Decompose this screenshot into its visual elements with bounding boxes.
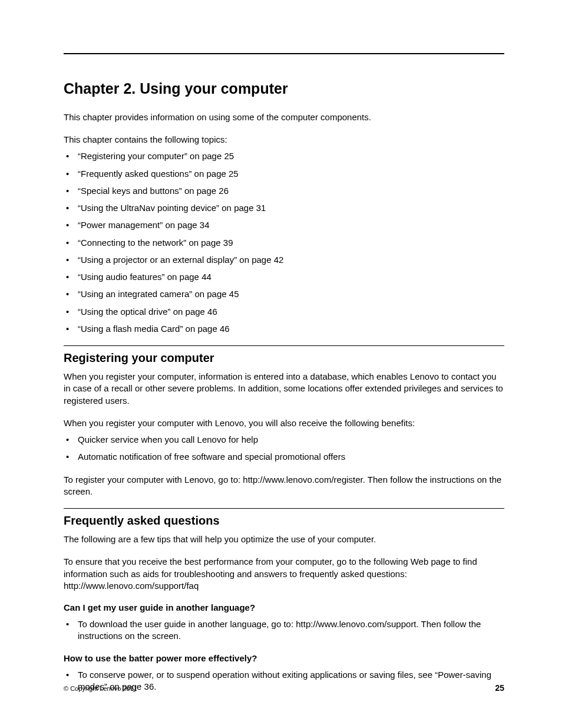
copyright-text: © Copyright Lenovo 2011 [64, 685, 137, 692]
section-divider [64, 345, 504, 346]
page-number: 25 [495, 683, 504, 693]
benefits-list: Quicker service when you call Lenovo for… [64, 434, 504, 463]
section-divider [64, 508, 504, 509]
topic-item: “Frequently asked questions” on page 25 [64, 168, 504, 180]
topic-item: “Special keys and buttons” on page 26 [64, 185, 504, 197]
page-footer: © Copyright Lenovo 2011 25 [64, 683, 504, 693]
benefit-item: Quicker service when you call Lenovo for… [64, 434, 504, 446]
topic-item: “Using a projector or an external displa… [64, 254, 504, 266]
topic-item: “Registering your computer” on page 25 [64, 150, 504, 162]
section-title-faq: Frequently asked questions [64, 513, 504, 528]
topic-item: “Using the UltraNav pointing device” on … [64, 202, 504, 214]
topic-item: “Using an integrated camera” on page 45 [64, 288, 504, 300]
chapter-title: Chapter 2. Using your computer [64, 80, 504, 97]
registering-paragraph-1: When you register your computer, informa… [64, 371, 504, 407]
topic-item: “Connecting to the network” on page 39 [64, 237, 504, 249]
topic-item: “Power management” on page 34 [64, 219, 504, 231]
topics-intro-paragraph: This chapter contains the following topi… [64, 134, 504, 146]
topics-list: “Registering your computer” on page 25 “… [64, 150, 504, 335]
registering-paragraph-2: When you register your computer with Len… [64, 417, 504, 429]
top-horizontal-rule [64, 53, 504, 54]
faq-answer-item: To download the user guide in another la… [64, 618, 504, 643]
faq-question-2: How to use the batter power more effecti… [64, 653, 504, 663]
faq-paragraph-2: To ensure that you receive the best perf… [64, 556, 504, 592]
topic-item: “Using a flash media Card” on page 46 [64, 323, 504, 335]
faq-question-1: Can I get my user guide in another langu… [64, 602, 504, 612]
faq-answer-list-1: To download the user guide in another la… [64, 618, 504, 643]
benefit-item: Automatic notification of free software … [64, 451, 504, 463]
section-title-registering: Registering your computer [64, 351, 504, 365]
faq-paragraph-1: The following are a few tips that will h… [64, 533, 504, 545]
chapter-intro-paragraph: This chapter provides information on usi… [64, 111, 504, 123]
topic-item: “Using audio features” on page 44 [64, 271, 504, 283]
registering-paragraph-3: To register your computer with Lenovo, g… [64, 474, 504, 498]
topic-item: “Using the optical drive” on page 46 [64, 306, 504, 318]
document-page: Chapter 2. Using your computer This chap… [0, 0, 562, 728]
